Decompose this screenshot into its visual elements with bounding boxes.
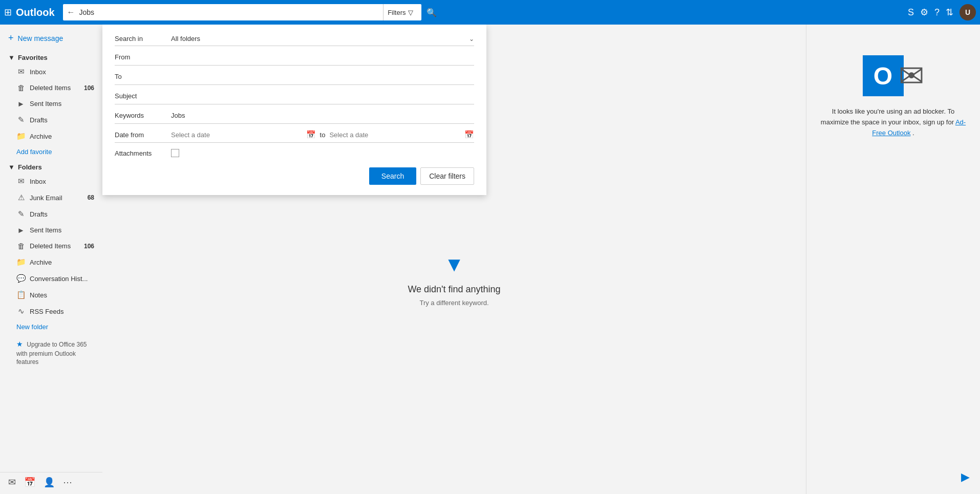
attachments-label: Attachments xyxy=(115,149,171,157)
empty-state-icon: ▼ xyxy=(444,253,464,276)
deleted-badge: 106 xyxy=(84,243,94,250)
sidebar-item-deleted-fav[interactable]: 🗑 Deleted Items 106 xyxy=(0,80,102,96)
junk-label: Junk Email xyxy=(30,194,83,202)
sidebar-item-conversation[interactable]: 💬 Conversation Hist... xyxy=(0,270,102,287)
plus-icon: + xyxy=(8,33,14,44)
date-to-input[interactable] xyxy=(329,131,462,139)
date-from-input[interactable] xyxy=(171,131,304,139)
to-input[interactable] xyxy=(171,72,474,81)
sidebar-item-archive[interactable]: 📁 Archive xyxy=(0,254,102,270)
sent-icon-2: ► xyxy=(16,226,26,234)
filters-label: Filters xyxy=(388,9,406,16)
sent-fav-label: Sent Items xyxy=(30,100,94,108)
deleted-fav-label: Deleted Items xyxy=(30,84,80,92)
filter-icon: ▽ xyxy=(408,9,413,16)
inbox-label: Inbox xyxy=(30,178,94,185)
main-layout: + New message ▼ Favorites ✉ Inbox 🗑 Dele… xyxy=(0,25,980,494)
subject-label: Subject xyxy=(115,92,171,100)
grid-icon[interactable]: ⊞ xyxy=(4,7,12,18)
archive-icon-2: 📁 xyxy=(16,257,26,267)
drafts-fav-label: Drafts xyxy=(30,116,94,124)
skype-icon[interactable]: S xyxy=(908,7,914,18)
sidebar-item-inbox[interactable]: ✉ Inbox xyxy=(0,173,102,189)
app-logo: Outlook xyxy=(16,7,55,18)
search-in-dropdown[interactable]: All folders ⌄ xyxy=(171,35,474,42)
upgrade-icon: ★ xyxy=(16,340,23,348)
help-icon[interactable]: ? xyxy=(934,7,940,18)
inbox-icon: ✉ xyxy=(16,67,26,76)
new-message-button[interactable]: + New message xyxy=(0,27,102,50)
mail-envelope-icon: ✉ xyxy=(899,58,924,94)
search-panel: Search in All folders ⌄ From To Subject xyxy=(102,25,486,195)
drafts-icon-2: ✎ xyxy=(16,209,26,219)
sidebar-item-sent-fav[interactable]: ► Sent Items xyxy=(0,96,102,112)
search-button[interactable]: Search xyxy=(369,167,416,185)
conversation-icon: 💬 xyxy=(16,274,26,283)
settings-icon[interactable]: ⚙ xyxy=(920,7,928,18)
sent-icon: ► xyxy=(16,99,26,108)
add-favorite-button[interactable]: Add favorite xyxy=(0,144,102,159)
ad-blocker-message: It looks like you're using an ad blocker… xyxy=(819,106,968,138)
archive-fav-label: Archive xyxy=(30,133,94,140)
sidebar-item-deleted[interactable]: 🗑 Deleted Items 106 xyxy=(0,238,102,254)
mail-nav-icon[interactable]: ✉ xyxy=(8,477,16,488)
chevron-icon: ⌄ xyxy=(469,35,474,42)
sidebar-item-drafts-fav[interactable]: ✎ Drafts xyxy=(0,112,102,128)
calendar-nav-icon[interactable]: 📅 xyxy=(24,477,35,488)
deleted-fav-badge: 106 xyxy=(84,84,94,92)
clear-filters-button[interactable]: Clear filters xyxy=(420,167,474,185)
date-from-wrap: 📅 xyxy=(171,130,316,139)
archive-icon: 📁 xyxy=(16,132,26,141)
new-message-label: New message xyxy=(18,34,63,42)
folders-section[interactable]: ▼ Folders xyxy=(0,159,102,173)
conversation-label: Conversation Hist... xyxy=(30,275,94,283)
keywords-input[interactable] xyxy=(171,111,474,120)
junk-badge: 68 xyxy=(88,194,94,201)
date-to-wrap: 📅 xyxy=(329,130,474,139)
sidebar-item-archive-fav[interactable]: 📁 Archive xyxy=(0,128,102,144)
date-from-label: Date from xyxy=(115,131,171,139)
avatar[interactable]: U xyxy=(960,4,976,20)
archive-label: Archive xyxy=(30,259,94,266)
sidebar-item-drafts[interactable]: ✎ Drafts xyxy=(0,206,102,222)
ad-free-suffix: . xyxy=(912,129,914,137)
search-in-row: Search in All folders ⌄ xyxy=(115,35,474,46)
subject-input[interactable] xyxy=(171,91,474,101)
from-label: From xyxy=(115,53,171,61)
date-separator: to xyxy=(320,131,326,139)
calendar-to-icon[interactable]: 📅 xyxy=(464,130,474,139)
folders-label: Folders xyxy=(18,163,42,171)
search-in-value: All folders xyxy=(171,35,469,42)
right-panel: O ✉ It looks like you're using an ad blo… xyxy=(806,25,980,494)
rss-icon: ∿ xyxy=(16,307,26,316)
filters-button[interactable]: Filters ▽ xyxy=(383,4,417,20)
sidebar-item-inbox-fav[interactable]: ✉ Inbox xyxy=(0,63,102,80)
upgrade-section[interactable]: ★ Upgrade to Office 365 with premium Out… xyxy=(0,334,102,372)
content-area: Search in All folders ⌄ From To Subject xyxy=(102,25,806,494)
drafts-label: Drafts xyxy=(30,210,94,218)
calendar-from-icon[interactable]: 📅 xyxy=(306,130,316,139)
share-icon[interactable]: ⇅ xyxy=(946,7,953,18)
more-nav-icon[interactable]: ⋯ xyxy=(63,477,72,488)
from-input[interactable] xyxy=(171,52,474,62)
attachments-checkbox[interactable] xyxy=(171,149,179,157)
sidebar-item-rss[interactable]: ∿ RSS Feeds xyxy=(0,303,102,319)
new-folder-button[interactable]: New folder xyxy=(0,319,102,334)
search-icon-button[interactable]: 🔍 xyxy=(423,4,440,20)
ad-blocker-text: It looks like you're using an ad blocker… xyxy=(821,108,954,126)
people-nav-icon[interactable]: 👤 xyxy=(44,477,55,488)
sidebar-item-junk[interactable]: ⚠ Junk Email 68 xyxy=(0,189,102,206)
sent-label: Sent Items xyxy=(30,226,94,234)
to-row: To xyxy=(115,72,474,85)
sidebar-bottom-nav: ✉ 📅 👤 ⋯ xyxy=(0,472,102,492)
outlook-logo-container: O ✉ xyxy=(863,55,924,96)
search-input[interactable] xyxy=(79,8,384,16)
rss-label: RSS Feeds xyxy=(30,308,94,315)
sidebar-item-sent[interactable]: ► Sent Items xyxy=(0,222,102,238)
drafts-icon: ✎ xyxy=(16,115,26,124)
sidebar-item-notes[interactable]: 📋 Notes xyxy=(0,287,102,303)
favorites-label: Favorites xyxy=(18,54,48,61)
back-arrow-icon[interactable]: ← xyxy=(67,8,75,17)
search-icon: 🔍 xyxy=(427,8,437,17)
favorites-section[interactable]: ▼ Favorites xyxy=(0,50,102,63)
